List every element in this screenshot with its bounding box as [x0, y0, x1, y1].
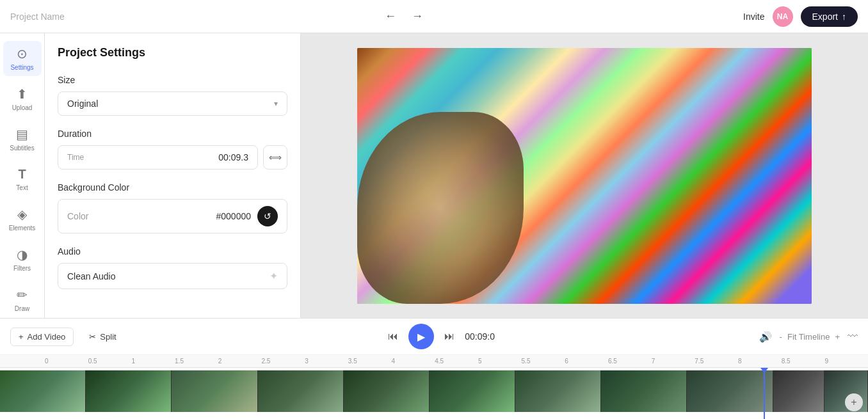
ruler-mark: 1.5 — [175, 358, 218, 365]
undo-button[interactable]: ← — [380, 7, 401, 26]
track-thumbnail[interactable] — [430, 370, 515, 412]
chevron-down-icon: ▾ — [274, 99, 278, 108]
ruler-mark: 5 — [478, 358, 522, 365]
color-picker-icon: ↺ — [264, 211, 271, 221]
playback-controls: + Add Video ✂ Split ⏮ ▶ ⏭ 00:09:0 🔊 - Fi… — [0, 319, 868, 355]
timeline-track[interactable] — [0, 370, 868, 412]
sidebar-label-upload: Upload — [12, 104, 33, 111]
track-thumbnail[interactable] — [344, 370, 430, 412]
sidebar-item-text[interactable]: T Text — [3, 162, 42, 196]
split-label: Split — [100, 332, 116, 342]
ruler-marks: 00.511.522.533.544.555.566.577.588.59 — [45, 358, 868, 365]
app-header: Project Name ← → Invite NA Export ↑ — [0, 0, 868, 33]
header-left: Project Name — [10, 12, 65, 22]
playhead-marker — [760, 368, 768, 373]
volume-button[interactable]: 🔊 — [759, 331, 772, 343]
sidebar-item-upload[interactable]: ⬆ Upload — [3, 81, 42, 116]
export-icon: ↑ — [842, 12, 846, 22]
ruler-mark: 8.5 — [782, 358, 825, 365]
invite-button[interactable]: Invite — [743, 12, 764, 22]
add-video-button[interactable]: + Add Video — [10, 328, 74, 346]
playhead — [764, 368, 765, 419]
sidebar-item-subtitles[interactable]: ▤ Subtitles — [3, 122, 42, 157]
skip-forward-button[interactable]: ⏭ — [444, 331, 454, 342]
preview-area — [301, 33, 868, 318]
fit-timeline-control: - Fit Timeline + — [780, 332, 840, 342]
sidebar-label-settings: Settings — [10, 64, 33, 71]
color-picker-button[interactable]: ↺ — [257, 206, 278, 226]
swap-button[interactable]: ⟺ — [263, 145, 287, 170]
sidebar-item-settings[interactable]: ⊙ Settings — [3, 41, 42, 76]
export-button[interactable]: Export ↑ — [801, 6, 858, 27]
ruler-mark: 2 — [218, 358, 262, 365]
ruler-mark: 3 — [305, 358, 348, 365]
upload-icon: ⬆ — [17, 86, 28, 102]
ruler-mark: 4.5 — [435, 358, 478, 365]
add-icon: + — [19, 332, 24, 342]
draw-icon: ✏ — [17, 287, 28, 303]
track-thumbnail[interactable] — [258, 370, 344, 412]
track-thumbnail[interactable] — [0, 370, 86, 412]
duration-row: Time 00:09.3 ⟺ — [58, 145, 287, 170]
header-right: Invite NA Export ↑ — [743, 6, 858, 27]
ruler-mark: 7.5 — [695, 358, 738, 365]
star-icon: ✦ — [269, 270, 278, 282]
subtitles-icon: ▤ — [16, 127, 28, 142]
avatar: NA — [773, 6, 793, 27]
size-select[interactable]: Original ▾ — [58, 91, 287, 116]
controls-center: ⏮ ▶ ⏭ 00:09:0 — [132, 324, 751, 349]
sidebar-item-elements[interactable]: ◈ Elements — [3, 202, 42, 237]
duration-field[interactable]: Time 00:09.3 — [58, 145, 258, 170]
track-thumbnail[interactable] — [515, 370, 601, 412]
audio-label: Audio — [58, 246, 287, 257]
play-button[interactable]: ▶ — [408, 324, 434, 349]
minus-button[interactable]: - — [780, 332, 782, 342]
ruler-mark: 9 — [824, 358, 868, 365]
size-label: Size — [58, 75, 287, 85]
ruler-mark: 0.5 — [88, 358, 132, 365]
bottom-bar: + Add Video ✂ Split ⏮ ▶ ⏭ 00:09:0 🔊 - Fi… — [0, 318, 868, 419]
video-frame — [357, 48, 812, 304]
skip-back-button[interactable]: ⏮ — [388, 331, 398, 342]
redo-button[interactable]: → — [406, 7, 428, 26]
audio-section: Audio Clean Audio ✦ — [58, 246, 287, 289]
plus-button[interactable]: + — [835, 332, 840, 342]
color-label: Color — [67, 211, 88, 221]
project-name: Project Name — [10, 12, 65, 22]
track-thumbnail[interactable] — [86, 370, 172, 412]
settings-panel: Project Settings Size Original ▾ Duratio… — [45, 33, 301, 318]
ruler-mark: 3.5 — [348, 358, 392, 365]
sidebar-item-filters[interactable]: ◑ Filters — [3, 242, 42, 277]
duration-label: Duration — [58, 129, 287, 139]
ruler-mark: 1 — [131, 358, 175, 365]
track-thumbnail[interactable] — [773, 370, 825, 412]
export-label: Export — [812, 12, 838, 22]
timeline-ruler: 00.511.522.533.544.555.566.577.588.59 — [0, 355, 868, 368]
text-icon: T — [18, 167, 26, 182]
color-right: #000000 ↺ — [216, 206, 278, 226]
ruler-mark: 8 — [738, 358, 782, 365]
ruler-mark: 2.5 — [261, 358, 305, 365]
background-color-section: Background Color Color #000000 ↺ — [58, 182, 287, 233]
ruler-mark: 0 — [45, 358, 88, 365]
video-preview — [357, 48, 812, 304]
time-value: 00:09.3 — [218, 152, 248, 162]
split-button[interactable]: ✂ Split — [81, 328, 124, 345]
time-label: Time — [67, 153, 84, 162]
filters-icon: ◑ — [17, 247, 28, 262]
timeline-area: 00.511.522.533.544.555.566.577.588.59 + — [0, 355, 868, 419]
ruler-mark: 6.5 — [608, 358, 652, 365]
ruler-mark: 4 — [392, 358, 435, 365]
color-row: Color #000000 ↺ — [58, 199, 287, 233]
add-track-button[interactable]: + — [845, 393, 863, 411]
track-thumbnail[interactable] — [601, 370, 687, 412]
audio-value: Clean Audio — [67, 271, 116, 281]
audio-box[interactable]: Clean Audio ✦ — [58, 263, 287, 289]
track-thumbnail[interactable] — [172, 370, 257, 412]
ruler-mark: 5.5 — [522, 358, 565, 365]
background-color-label: Background Color — [58, 182, 287, 193]
ruler-mark: 6 — [565, 358, 608, 365]
sidebar-item-draw[interactable]: ✏ Draw — [3, 282, 42, 317]
waveform-button[interactable]: 〰 — [848, 331, 858, 342]
track-thumbnail[interactable] — [687, 370, 773, 412]
